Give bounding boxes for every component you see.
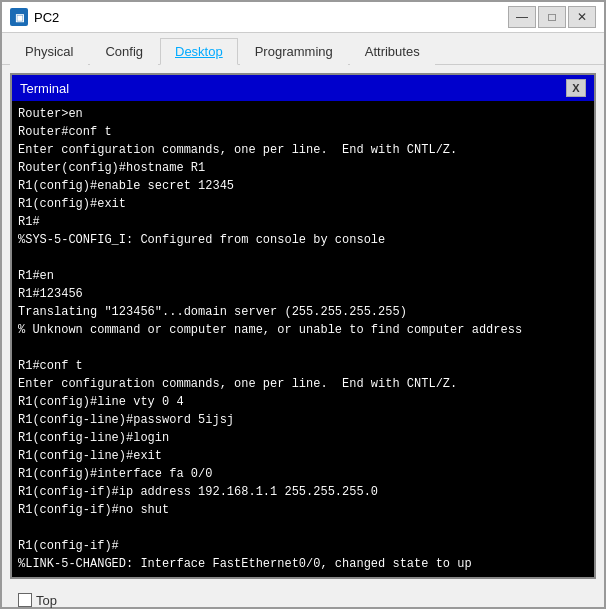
tab-attributes[interactable]: Attributes [350,38,435,65]
window-controls: — □ ✕ [508,6,596,28]
terminal-body[interactable]: Router>en Router#conf t Enter configurat… [12,101,594,577]
app-icon: ▣ [10,8,28,26]
terminal-title-bar: Terminal X [12,75,594,101]
window-title: PC2 [34,10,508,25]
tab-desktop[interactable]: Desktop [160,38,238,65]
tab-physical[interactable]: Physical [10,38,88,65]
top-checkbox-container: Top [18,593,57,608]
terminal-close-button[interactable]: X [566,79,586,97]
title-bar: ▣ PC2 — □ ✕ [2,2,604,33]
bottom-bar: Top [10,585,596,609]
close-button[interactable]: ✕ [568,6,596,28]
minimize-button[interactable]: — [508,6,536,28]
tab-config[interactable]: Config [90,38,158,65]
tab-bar: Physical Config Desktop Programming Attr… [2,33,604,65]
terminal-container: Terminal X Router>en Router#conf t Enter… [10,73,596,579]
top-checkbox[interactable] [18,593,32,607]
top-label: Top [36,593,57,608]
tab-programming[interactable]: Programming [240,38,348,65]
terminal-output: Router>en Router#conf t Enter configurat… [18,105,588,573]
main-window: ▣ PC2 — □ ✕ Physical Config Desktop Prog… [0,0,606,609]
maximize-button[interactable]: □ [538,6,566,28]
terminal-title: Terminal [20,81,69,96]
content-area: Terminal X Router>en Router#conf t Enter… [2,65,604,609]
